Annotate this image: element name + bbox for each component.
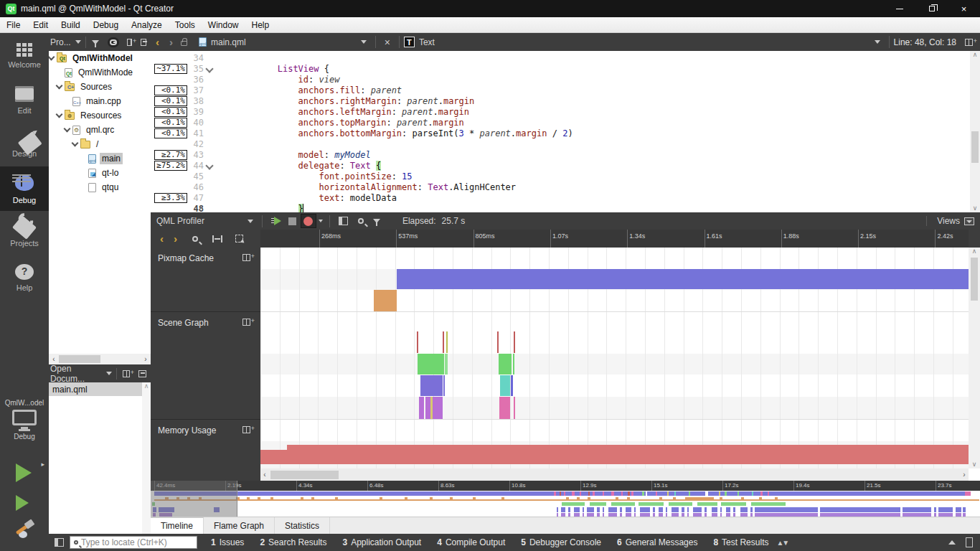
mode-edit[interactable]: Edit [0, 77, 49, 122]
hide-pane-icon[interactable] [138, 370, 146, 377]
flush-data-icon[interactable] [339, 217, 348, 225]
timeline-event-scene-swap[interactable] [419, 397, 424, 419]
scrollbar-thumb[interactable] [971, 131, 979, 163]
timeline-event-scene-tick[interactable] [514, 331, 515, 353]
menu-window[interactable]: Window [202, 17, 245, 33]
tree-item-maincpp[interactable]: main.cpp [49, 94, 151, 108]
output-pane-application-output[interactable]: 3Application Output [334, 534, 429, 551]
kit-selector[interactable]: QmlW...odel ▸ Debug [0, 399, 49, 441]
opendocs-selector[interactable]: Open Docum... [50, 364, 102, 384]
start-profiling-icon[interactable] [274, 217, 281, 225]
pane-selector[interactable]: Pro... [50, 37, 71, 47]
timeline-event-scene-swap[interactable] [499, 397, 510, 419]
output-pane-test-results[interactable]: 8Test Results [705, 534, 776, 551]
mode-design[interactable]: Design [0, 122, 49, 166]
forward-icon[interactable]: › [164, 36, 178, 48]
timeline-event-pixmap[interactable] [397, 269, 969, 289]
overview-selection[interactable] [151, 481, 237, 517]
scroll-down-icon[interactable]: ∨ [969, 461, 980, 468]
mode-projects[interactable]: Projects [0, 211, 49, 255]
expand-category-icon[interactable] [242, 426, 250, 433]
menu-help[interactable]: Help [245, 17, 276, 33]
profiler-selector[interactable]: QML Profiler [156, 216, 204, 226]
stop-icon[interactable] [288, 217, 296, 225]
scroll-up-icon[interactable]: ∧ [970, 51, 980, 58]
timeline-event-pixmap[interactable] [374, 290, 397, 311]
menu-analyze[interactable]: Analyze [125, 17, 169, 33]
close-button[interactable]: × [948, 0, 980, 17]
menu-edit[interactable]: Edit [27, 17, 55, 33]
tree-item-qtlo[interactable]: qt-lo [49, 166, 151, 180]
timeline-event-scene-prepare[interactable] [420, 375, 443, 396]
open-document-item[interactable]: main.qml [49, 382, 142, 396]
sync-with-editor-icon[interactable] [110, 39, 117, 45]
tree-item-qtqu[interactable]: qtqu [49, 180, 151, 194]
timeline-event-scene-tick[interactable] [417, 331, 418, 353]
timeline-event-scene-swap[interactable] [425, 397, 443, 419]
output-pane-compile-output[interactable]: 4Compile Output [429, 534, 513, 551]
hide-pane-icon[interactable] [141, 39, 146, 46]
fold-marker-icon[interactable] [205, 65, 213, 72]
timeline-event-memory[interactable] [287, 445, 969, 464]
timeline-event-scene-render[interactable] [418, 354, 444, 375]
timeline-content[interactable] [260, 248, 969, 481]
timeline-event-scene-prepare[interactable] [500, 375, 510, 396]
fit-width-icon[interactable] [212, 235, 222, 242]
chevron-down-icon[interactable] [64, 126, 71, 133]
timeline-event-scene-render[interactable] [499, 354, 512, 375]
editor-vscrollbar[interactable]: ∧ ∨ [970, 51, 980, 212]
locator-input[interactable]: Type to locate (Ctrl+K) [70, 536, 197, 549]
scrollbar-thumb[interactable] [971, 258, 978, 301]
timeline-event-scene-render[interactable] [445, 354, 448, 375]
timeline-event-scene-tick[interactable] [443, 331, 444, 353]
expand-category-icon[interactable] [242, 319, 250, 326]
prev-event-icon[interactable]: ‹ [155, 232, 169, 245]
zoom-icon[interactable] [192, 236, 198, 242]
restore-button[interactable] [915, 0, 948, 17]
views-button[interactable]: Views [926, 216, 960, 226]
scroll-left-icon[interactable]: ‹ [49, 355, 59, 363]
menu-debug[interactable]: Debug [87, 17, 125, 33]
back-icon[interactable]: ‹ [151, 36, 164, 48]
split-icon[interactable] [127, 39, 132, 46]
chevron-down-icon[interactable] [56, 111, 63, 118]
build-button[interactable] [0, 508, 49, 538]
tab-flame-graph[interactable]: Flame Graph [204, 517, 275, 534]
sidebar-toggle-icon[interactable] [55, 538, 64, 547]
output-pane-debugger-console[interactable]: 5Debugger Console [513, 534, 609, 551]
chevron-down-icon[interactable] [72, 140, 79, 147]
split-icon[interactable] [123, 370, 130, 377]
chevron-down-icon[interactable] [56, 83, 63, 90]
chevron-down-icon[interactable] [319, 220, 323, 222]
tree-item-qmlqrc[interactable]: qml.qrc [49, 123, 151, 137]
timeline-vscrollbar[interactable]: ∧ ∨ [969, 248, 980, 468]
scrollbar-thumb[interactable] [59, 355, 100, 363]
views-menu-icon[interactable] [964, 217, 974, 225]
menu-tools[interactable]: Tools [169, 17, 202, 33]
code-editor[interactable]: 34~37.1%35 ListView {36 id: view<0.1%37 … [151, 51, 970, 212]
tab-timeline[interactable]: Timeline [151, 517, 204, 534]
timeline-event-scene-prepare[interactable] [511, 375, 513, 396]
run-button[interactable] [0, 453, 49, 482]
document-dropdown[interactable]: main.qml [211, 37, 246, 47]
scroll-left-icon[interactable]: ‹ [260, 471, 269, 479]
tree-item-[interactable]: / [49, 137, 151, 151]
timeline-event-scene-swap[interactable] [514, 397, 515, 419]
timeline-event-scene-render[interactable] [513, 354, 514, 375]
timeline-event-memory[interactable] [260, 450, 287, 464]
trace-overview[interactable]: 42.4ms2.19s4.34s6.48s8.63s10.8s12.9s15.1… [151, 481, 980, 517]
output-pane-search-results[interactable]: 2Search Results [252, 534, 334, 551]
tab-statistics[interactable]: Statistics [275, 517, 330, 534]
scroll-right-icon[interactable]: › [141, 355, 151, 363]
filter-icon[interactable] [373, 219, 380, 223]
tree-item-qmlwithmodel[interactable]: QtQmlWithModel [49, 51, 151, 65]
minimize-button[interactable] [883, 0, 915, 17]
expand-category-icon[interactable] [242, 254, 250, 261]
chevron-down-icon[interactable] [106, 372, 112, 375]
timeline-hscrollbar[interactable]: ‹ › [260, 468, 969, 481]
tree-item-main[interactable]: main [49, 151, 151, 166]
chevron-down-icon[interactable] [49, 54, 55, 61]
scroll-right-icon[interactable]: › [960, 471, 969, 479]
output-pane-issues[interactable]: 1Issues [203, 534, 252, 551]
timeline-event-scene-prepare[interactable] [443, 375, 445, 396]
